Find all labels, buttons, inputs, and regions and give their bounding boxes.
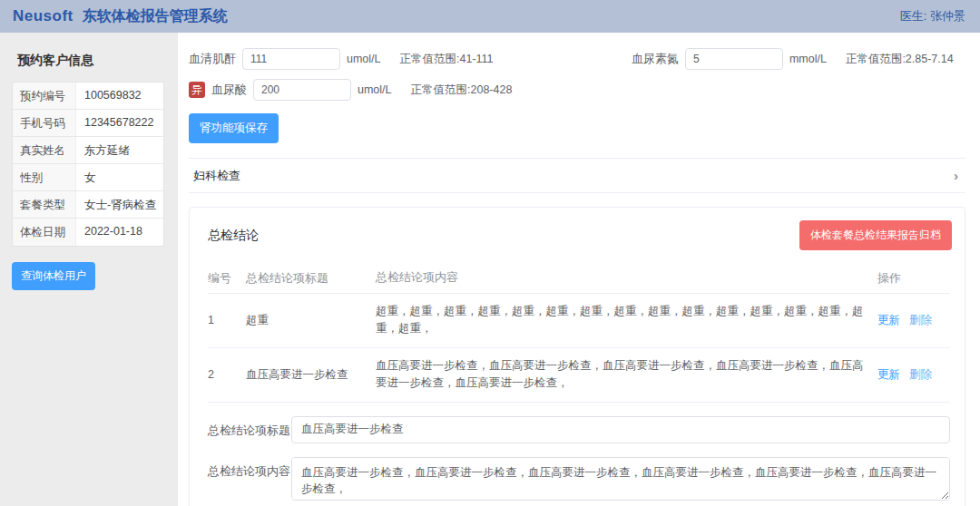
- row-actions: 更新 删除: [877, 313, 950, 328]
- gynecology-collapse-header[interactable]: 妇科检查 ›: [189, 158, 965, 193]
- phone-label: 手机号码: [13, 110, 76, 136]
- sidebar-title: 预约客户信息: [17, 53, 165, 69]
- uric-acid-label: 血尿酸: [211, 82, 247, 98]
- info-row-phone: 手机号码 12345678222: [13, 110, 163, 137]
- conclusion-table-header: 编号 总检结论项标题 总检结论项内容 操作: [208, 263, 950, 294]
- conclusion-content-label: 总检结论项内容: [208, 457, 291, 480]
- renal-save-button[interactable]: 肾功能项保存: [189, 113, 279, 143]
- urea-nitrogen-label: 血尿素氮: [632, 51, 679, 67]
- creatinine-input[interactable]: [242, 48, 340, 70]
- info-row-name: 真实姓名 东方延绪: [13, 137, 163, 164]
- info-row-gender: 性别 女: [13, 164, 163, 191]
- row-title: 血压高要进一步检查: [246, 367, 376, 383]
- row-actions: 更新 删除: [877, 367, 950, 383]
- conclusion-content-textarea[interactable]: 血压高要进一步检查，血压高要进一步检查，血压高要进一步检查，血压高要进一步检查，…: [291, 457, 950, 501]
- main-content: 血清肌酐 umol/L 正常值范围:41-111 血尿素氮 mmol/L 正常值…: [178, 33, 980, 506]
- header-title: 总检结论项标题: [246, 270, 376, 287]
- brand-logo: Neusoft: [13, 7, 74, 25]
- table-row: 1 超重 超重，超重，超重，超重，超重，超重，超重，超重，超重，超重，超重，超重…: [208, 294, 950, 348]
- row-id: 1: [208, 314, 246, 326]
- urea-nitrogen-range: 正常值范围:2.85-7.14: [846, 52, 954, 67]
- name-value: 东方延绪: [76, 137, 163, 163]
- app-title: 东软体检报告管理系统: [83, 7, 228, 26]
- uric-acid-row: 异 血尿酸 umol/L 正常值范围:208-428: [189, 78, 632, 102]
- booking-no-value: 100569832: [76, 83, 163, 109]
- update-link[interactable]: 更新: [877, 313, 900, 328]
- delete-link[interactable]: 删除: [909, 367, 932, 383]
- conclusion-title-input[interactable]: [291, 416, 950, 443]
- doctor-label: 医生: 张仲景: [900, 8, 965, 24]
- archive-report-button[interactable]: 体检套餐总检结果报告归档: [799, 220, 952, 250]
- name-label: 真实姓名: [13, 137, 76, 163]
- conclusion-content-field-row: 总检结论项内容 血压高要进一步检查，血压高要进一步检查，血压高要进一步检查，血压…: [208, 457, 950, 501]
- brand-wrap: Neusoft 东软体检报告管理系统: [13, 7, 228, 26]
- update-link[interactable]: 更新: [877, 367, 900, 383]
- package-label: 套餐类型: [13, 191, 76, 218]
- customer-info-table: 预约编号 100569832 手机号码 12345678222 真实姓名 东方延…: [12, 82, 164, 247]
- row-title: 超重: [246, 313, 376, 328]
- sidebar-customer-info: 预约客户信息 预约编号 100569832 手机号码 12345678222 真…: [0, 33, 178, 506]
- delete-link[interactable]: 删除: [909, 313, 932, 328]
- query-exam-user-button[interactable]: 查询体检用户: [12, 262, 95, 290]
- phone-value: 12345678222: [76, 110, 163, 136]
- package-value: 女士-肾病检查: [76, 191, 163, 218]
- conclusion-panel-header: 总检结论 体检套餐总检结果报告归档: [190, 208, 965, 261]
- info-row-exam-date: 体检日期 2022-01-18: [13, 219, 163, 246]
- urea-nitrogen-input[interactable]: [685, 48, 783, 70]
- creatinine-label: 血清肌酐: [189, 51, 236, 67]
- header-content: 总检结论项内容: [376, 268, 877, 287]
- creatinine-unit: umol/L: [347, 53, 381, 65]
- header-id: 编号: [208, 270, 246, 287]
- conclusion-panel: 总检结论 体检套餐总检结果报告归档 编号 总检结论项标题 总检结论项内容 操作 …: [189, 207, 965, 506]
- conclusion-title-field-row: 总检结论项标题: [208, 416, 950, 443]
- creatinine-row: 血清肌酐 umol/L 正常值范围:41-111: [189, 47, 632, 71]
- info-row-booking-no: 预约编号 100569832: [13, 83, 163, 110]
- gender-label: 性别: [13, 164, 76, 190]
- chevron-right-icon: ›: [954, 168, 958, 183]
- header-actions: 操作: [877, 270, 950, 287]
- row-id: 2: [208, 368, 246, 381]
- info-row-package: 套餐类型 女士-肾病检查: [13, 191, 163, 219]
- conclusion-title-label: 总检结论项标题: [208, 416, 291, 439]
- conclusion-panel-title: 总检结论: [208, 228, 259, 244]
- abnormal-badge-icon: 异: [189, 82, 205, 98]
- renal-function-form: 血清肌酐 umol/L 正常值范围:41-111 血尿素氮 mmol/L 正常值…: [189, 47, 965, 102]
- row-content: 超重，超重，超重，超重，超重，超重，超重，超重，超重，超重，超重，超重，超重，超…: [376, 303, 877, 338]
- exam-date-label: 体检日期: [13, 219, 76, 246]
- row-content: 血压高要进一步检查，血压高要进一步检查，血压高要进一步检查，血压高要进一步检查，…: [376, 357, 877, 393]
- urea-nitrogen-row: 血尿素氮 mmol/L 正常值范围:2.85-7.14: [632, 47, 965, 71]
- urea-nitrogen-unit: mmol/L: [789, 53, 827, 65]
- booking-no-label: 预约编号: [13, 83, 76, 109]
- uric-acid-range: 正常值范围:208-428: [411, 83, 513, 98]
- table-row: 2 血压高要进一步检查 血压高要进一步检查，血压高要进一步检查，血压高要进一步检…: [208, 348, 950, 403]
- gender-value: 女: [76, 164, 163, 190]
- exam-date-value: 2022-01-18: [76, 219, 163, 246]
- conclusion-table: 编号 总检结论项标题 总检结论项内容 操作 1 超重 超重，超重，超重，超重，超…: [208, 263, 950, 403]
- app-header: Neusoft 东软体检报告管理系统 医生: 张仲景: [0, 0, 980, 33]
- uric-acid-unit: umol/L: [358, 83, 392, 96]
- gynecology-collapse-label: 妇科检查: [193, 168, 240, 184]
- creatinine-range: 正常值范围:41-111: [400, 52, 494, 67]
- uric-acid-input[interactable]: [253, 79, 351, 101]
